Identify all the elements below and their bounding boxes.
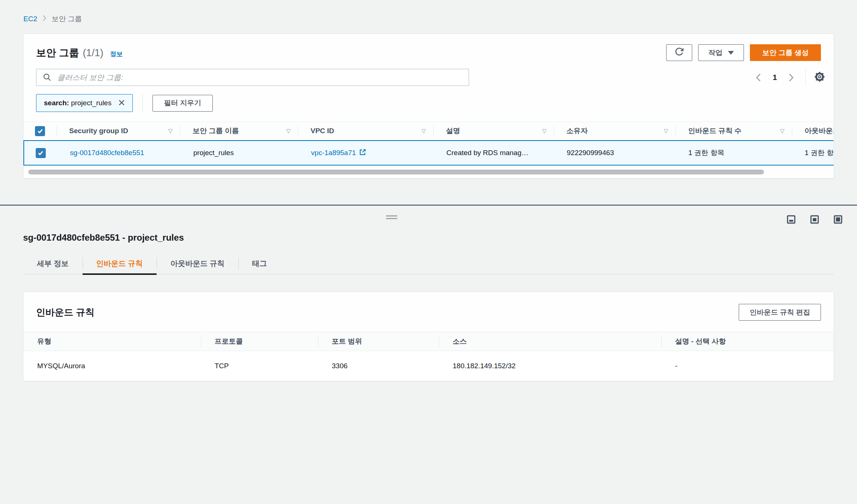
detail-tabs: 세부 정보 인바운드 규칙 아웃바운드 규칙 태그 <box>23 253 834 275</box>
cell-security-group-id: sg-0017d480cfeb8e551 <box>57 149 181 157</box>
info-link[interactable]: 정보 <box>110 50 123 58</box>
filter-chip: search: project_rules <box>36 94 133 112</box>
horizontal-scrollbar-thumb[interactable] <box>28 170 764 174</box>
panel-size-medium-button[interactable] <box>810 215 819 225</box>
breadcrumb-current: 보안 그룹 <box>52 14 82 24</box>
panel-large-icon <box>833 215 843 225</box>
header-select-cell <box>23 122 57 140</box>
split-drag-handle[interactable] <box>386 215 397 221</box>
sort-icon[interactable]: ▽ <box>286 128 291 134</box>
column-header-vpc-id[interactable]: VPC ID▽ <box>298 122 433 140</box>
sort-icon[interactable]: ▽ <box>780 128 784 134</box>
breadcrumb: EC2 보안 그룹 <box>0 0 857 24</box>
ec2-security-groups-page: EC2 보안 그룹 보안 그룹 (1/1) 정보 <box>0 0 857 504</box>
title-text: 보안 그룹 <box>36 46 79 60</box>
table-row[interactable]: sg-0017d480cfeb8e551 project_rules vpc-1… <box>23 140 834 166</box>
rule-source: 180.182.149.152/32 <box>439 351 661 381</box>
horizontal-scrollbar <box>24 170 833 174</box>
select-all-checkbox[interactable] <box>35 126 45 136</box>
breadcrumb-ec2-link[interactable]: EC2 <box>23 15 37 23</box>
panel-size-large-button[interactable] <box>833 215 843 225</box>
tab-inbound-rules[interactable]: 인바운드 규칙 <box>83 253 157 274</box>
filter-chip-text: search: project_rules <box>44 99 112 107</box>
caret-down-icon <box>728 51 734 55</box>
filter-chip-value: project_rules <box>71 99 112 107</box>
column-header-security-group-id[interactable]: Security group ID▽ <box>57 122 180 140</box>
tab-outbound-rules[interactable]: 아웃바운드 규칙 <box>157 253 238 274</box>
inbound-panel-title: 인바운드 규칙 <box>36 306 94 318</box>
cell-description: Created by RDS manag… <box>434 149 554 157</box>
column-header-outbound-rules-count[interactable]: 아웃바운드 규칙 수▽ <box>792 122 834 140</box>
search-icon <box>43 73 51 83</box>
column-header-description[interactable]: 설명▽ <box>433 122 554 140</box>
cell-owner: 922290999463 <box>554 149 676 157</box>
cell-vpc-id: vpc-1a895a71 <box>298 148 434 158</box>
rules-column-source: 소스 <box>439 332 661 351</box>
rules-column-port-range: 포트 범위 <box>318 332 439 351</box>
rules-table-header: 유형 프로토콜 포트 범위 소스 설명 - 선택 사항 <box>23 332 834 351</box>
tab-details[interactable]: 세부 정보 <box>23 253 83 274</box>
refresh-button[interactable] <box>666 44 692 61</box>
chips-divider <box>142 94 143 112</box>
previous-page-button[interactable] <box>754 72 763 83</box>
column-header-inbound-rules-count[interactable]: 인바운드 규칙 수▽ <box>675 122 792 140</box>
sort-icon[interactable]: ▽ <box>542 128 546 134</box>
edit-inbound-rules-button[interactable]: 인바운드 규칙 편집 <box>739 304 821 321</box>
detail-title: sg-0017d480cfeb8e551 - project_rules <box>23 232 834 243</box>
title-count: (1/1) <box>83 47 104 59</box>
pagination: 1 <box>754 69 826 86</box>
next-page-button[interactable] <box>787 72 796 83</box>
security-groups-table: Security group ID▽ 보안 그룹 이름▽ VPC ID▽ 설명▽… <box>23 122 834 178</box>
filter-chip-key: search: <box>44 99 69 107</box>
gear-icon <box>814 71 825 84</box>
search-input[interactable] <box>36 69 469 86</box>
rule-protocol: TCP <box>201 351 318 381</box>
rules-column-description: 설명 - 선택 사항 <box>661 332 834 351</box>
pagination-divider <box>805 69 806 86</box>
inbound-panel-header: 인바운드 규칙 인바운드 규칙 편집 <box>23 292 834 332</box>
panel-small-icon <box>786 215 796 225</box>
row-checkbox[interactable] <box>36 148 46 158</box>
sort-icon[interactable]: ▽ <box>168 128 173 134</box>
refresh-icon <box>674 47 684 58</box>
inbound-rules-panel: 인바운드 규칙 인바운드 규칙 편집 유형 프로토콜 포트 범위 소스 설명 -… <box>23 292 834 381</box>
panel-layout-controls <box>786 215 843 225</box>
card-header: 보안 그룹 (1/1) 정보 작업 보안 그룹 생성 <box>23 34 834 61</box>
rule-port-range: 3306 <box>318 351 439 381</box>
current-page-number[interactable]: 1 <box>773 73 777 82</box>
column-header-name[interactable]: 보안 그룹 이름▽ <box>180 122 298 140</box>
search-box <box>36 69 469 86</box>
actions-dropdown-button[interactable]: 작업 <box>698 44 744 61</box>
actions-dropdown-label: 작업 <box>708 48 722 58</box>
rules-table-row: MYSQL/Aurora TCP 3306 180.182.149.152/32… <box>23 351 834 381</box>
split-panel-bar <box>0 206 857 228</box>
cell-outbound-rules-count: 1 권한 항목 <box>792 148 834 158</box>
cell-name: project_rules <box>181 149 299 157</box>
header-actions: 작업 보안 그룹 생성 <box>666 44 821 61</box>
rules-column-protocol: 프로토콜 <box>201 332 318 351</box>
panel-medium-icon <box>810 215 819 225</box>
breadcrumb-chevron-icon <box>42 15 46 23</box>
preferences-button[interactable] <box>813 70 826 84</box>
sort-icon[interactable]: ▽ <box>421 128 426 134</box>
toolbar: 1 <box>23 61 834 86</box>
external-link-icon <box>359 148 366 158</box>
filter-chip-remove-button[interactable] <box>118 99 126 108</box>
page-title: 보안 그룹 (1/1) 정보 <box>36 46 123 60</box>
security-groups-card: 보안 그룹 (1/1) 정보 작업 보안 그룹 생성 <box>23 33 834 179</box>
panel-size-small-button[interactable] <box>786 215 796 225</box>
vpc-id-link[interactable]: vpc-1a895a71 <box>311 149 356 157</box>
rule-type: MYSQL/Aurora <box>23 351 201 381</box>
close-icon <box>118 99 125 107</box>
tab-tags[interactable]: 태그 <box>238 253 281 274</box>
detail-section: sg-0017d480cfeb8e551 - project_rules 세부 … <box>0 232 857 381</box>
rules-column-type: 유형 <box>23 332 201 351</box>
rule-description: - <box>661 351 834 381</box>
security-group-id-link[interactable]: sg-0017d480cfeb8e551 <box>70 149 144 157</box>
sort-icon[interactable]: ▽ <box>664 128 668 134</box>
create-security-group-button[interactable]: 보안 그룹 생성 <box>750 44 821 61</box>
cell-inbound-rules-count: 1 권한 항목 <box>676 148 792 158</box>
clear-filters-button[interactable]: 필터 지우기 <box>153 95 213 112</box>
row-select-cell <box>24 148 57 158</box>
column-header-owner[interactable]: 소유자▽ <box>554 122 675 140</box>
